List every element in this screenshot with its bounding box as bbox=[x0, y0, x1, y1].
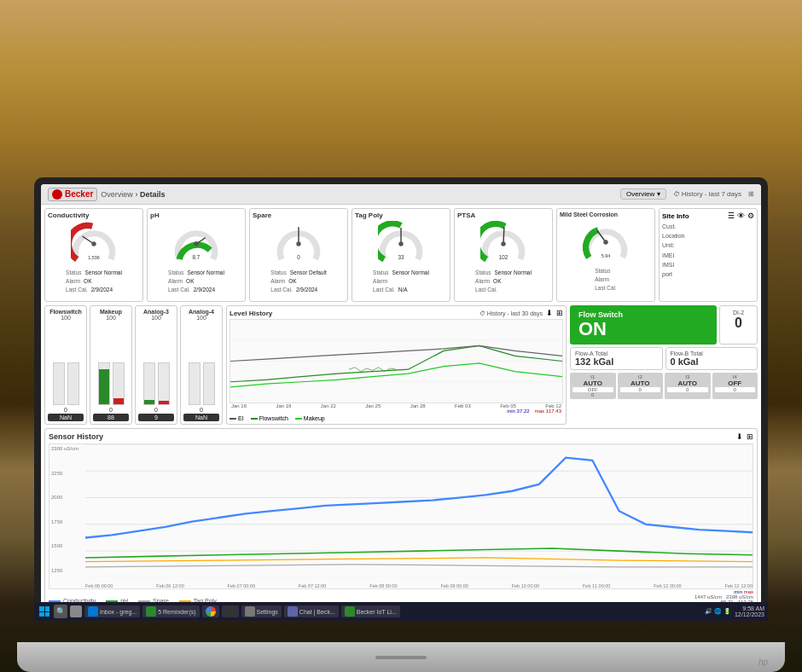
site-info-content: Cust. Location Unit: IMEI IMSI port bbox=[662, 222, 754, 279]
gauge-spare: Spare 0 Status Sensor Default Alarm bbox=[249, 208, 348, 302]
svg-text:5.94: 5.94 bbox=[602, 253, 610, 258]
di2-box: DI-2 0 bbox=[719, 305, 758, 345]
laptop-base: hp bbox=[17, 642, 785, 672]
taskview-button[interactable] bbox=[70, 605, 82, 617]
taskbar: 🔍 Inbox - greg... 5 Reminder(s) bbox=[41, 602, 761, 617]
flow-controls: I1 AUTO OFF 0 I2 AUTO 0 I3 bbox=[570, 373, 758, 399]
bar-charts-group: Flowswitch 100 0 NaN bbox=[44, 305, 223, 425]
site-info-card: Site Info ☰ 👁 ⚙ Cust. Location Unit: IM bbox=[659, 208, 758, 302]
eye-icon[interactable]: 👁 bbox=[737, 211, 745, 220]
taskbar-chrome[interactable] bbox=[202, 605, 219, 617]
gauge-conductivity: Conductivity 1,536 Status Sensor bbox=[44, 208, 143, 302]
bar-analog3: Analog-3 100 0 9 bbox=[135, 305, 177, 425]
logo-icon bbox=[52, 189, 62, 200]
svg-point-13 bbox=[501, 241, 505, 246]
gauge-ptsa-display: 102 bbox=[480, 221, 526, 267]
di2-value: 0 bbox=[725, 316, 752, 331]
taskbar-inbox[interactable]: Inbox - greg... bbox=[84, 605, 140, 617]
gauge-mildsteel-display: 5.94 bbox=[583, 219, 629, 265]
taskbar-inbox-label: Inbox - greg... bbox=[100, 609, 137, 615]
taskbar-settings-label: Settings bbox=[257, 609, 278, 615]
screen: Becker Overview › Details Overview ▾ ⏱ H… bbox=[41, 184, 761, 617]
taskbar-right: 🔊 🌐 🔋 9:58 AM 12/12/2023 bbox=[705, 605, 761, 617]
middle-row: Flowswitch 100 0 NaN bbox=[44, 305, 758, 425]
bar-flowswitch-label: NaN bbox=[48, 414, 84, 421]
level-history-expand[interactable]: ⊞ bbox=[556, 309, 563, 317]
search-button[interactable]: 🔍 bbox=[54, 605, 67, 617]
taskbar-chat[interactable]: Chat | Beck... bbox=[284, 605, 339, 617]
bar-flowswitch: Flowswitch 100 0 NaN bbox=[44, 305, 87, 425]
level-history-header: Level History ⏱ History - last 30 days ⬇… bbox=[230, 309, 563, 317]
svg-point-1 bbox=[91, 241, 96, 246]
gauge-conductivity-display: 1,536 bbox=[71, 221, 117, 267]
sensor-history-expand[interactable]: ⊞ bbox=[747, 432, 753, 441]
sensor-history-download[interactable]: ⬇ bbox=[736, 432, 743, 441]
level-history-legend: EI Flowswitch Makeup bbox=[230, 415, 563, 421]
flow-switch-value: ON bbox=[578, 319, 708, 339]
flow-a-total: Flow-A Total 132 kGal bbox=[570, 347, 663, 370]
header-right: Overview ▾ ⏱ History - last 7 days ⊞ bbox=[620, 188, 754, 200]
logo-text: Becker bbox=[65, 189, 93, 199]
svg-text:8.7: 8.7 bbox=[193, 254, 200, 260]
gauge-tagpoly-display: 33 bbox=[378, 221, 424, 267]
taskbar-settings[interactable]: Settings bbox=[241, 605, 282, 617]
app-header: Becker Overview › Details Overview ▾ ⏱ H… bbox=[41, 184, 761, 205]
bar-analog4: Analog-4 100 0 NaN bbox=[180, 305, 223, 425]
hp-logo: hp bbox=[758, 658, 768, 667]
breadcrumb-details: Details bbox=[140, 190, 166, 199]
bar-makeup: Makeup 100 0 88 bbox=[90, 305, 132, 425]
expand-icon[interactable]: ⊞ bbox=[748, 190, 754, 198]
taskbar-app1[interactable] bbox=[222, 605, 239, 617]
flow-switch-panel: Flow Switch ON DI-2 0 Flow-A Total bbox=[570, 305, 758, 425]
bar-flowswitch-visual bbox=[48, 321, 84, 407]
svg-point-4 bbox=[194, 241, 198, 246]
taskbar-date: 12/12/2023 bbox=[735, 611, 761, 617]
taskbar-reminders-label: 5 Reminder(s) bbox=[158, 609, 195, 615]
gauge-spare-display: 0 bbox=[276, 221, 322, 267]
gauge-tagpoly-status: Status Sensor Normal Alarm Last Cal. N/A bbox=[373, 269, 429, 293]
bar-analog4-visual bbox=[183, 321, 219, 407]
flow-b-total: Flow-B Total 0 kGal bbox=[665, 347, 758, 370]
flow-switch-top: Flow Switch ON DI-2 0 bbox=[570, 305, 758, 345]
site-info-title: Site Info bbox=[662, 212, 689, 220]
sensor-history: Sensor History ⬇ ⊞ 2300 uS/cm 2250 2000 … bbox=[44, 428, 758, 614]
gauge-row: Conductivity 1,536 Status Sensor bbox=[44, 208, 758, 302]
gauge-ptsa-status: Status Sensor Normal Alarm OK Last Cal. bbox=[475, 269, 532, 293]
taskbar-chat-label: Chat | Beck... bbox=[299, 609, 335, 615]
taskbar-becker-label: Becker IoT Li... bbox=[357, 609, 397, 615]
svg-text:1,536: 1,536 bbox=[88, 255, 99, 260]
breadcrumb: Overview › Details bbox=[101, 190, 165, 199]
gauge-ph: pH 8.7 Status Sensor Normal bbox=[147, 208, 246, 302]
clock: 9:58 AM 12/12/2023 bbox=[735, 605, 761, 617]
bar-analog3-label: 9 bbox=[138, 414, 174, 421]
breadcrumb-overview[interactable]: Overview bbox=[101, 190, 133, 199]
svg-point-16 bbox=[603, 240, 607, 244]
start-button[interactable] bbox=[41, 605, 51, 617]
sensor-history-header: Sensor History ⬇ ⊞ bbox=[49, 432, 753, 441]
taskbar-becker[interactable]: Becker IoT Li... bbox=[341, 605, 400, 617]
level-history-download[interactable]: ⬇ bbox=[546, 309, 553, 317]
taskbar-reminders[interactable]: 5 Reminder(s) bbox=[142, 605, 199, 617]
svg-point-10 bbox=[398, 241, 403, 246]
bar-analog4-label: NaN bbox=[183, 414, 219, 421]
di2-label: DI-2 bbox=[725, 310, 752, 316]
bar-makeup-label: 88 bbox=[93, 414, 129, 421]
overview-btn[interactable]: Overview ▾ bbox=[620, 188, 666, 200]
history-btn[interactable]: ⏱ History - last 7 days bbox=[673, 190, 741, 198]
gauge-conductivity-status: Status Sensor Normal Alarm OK Last Cal. … bbox=[66, 269, 122, 293]
flow-ctrl-i3: I3 AUTO 0 bbox=[665, 373, 711, 399]
level-history-title: Level History bbox=[230, 310, 272, 317]
bar-analog3-visual bbox=[138, 321, 174, 407]
flow-ctrl-i1: I1 AUTO OFF 0 bbox=[570, 373, 616, 399]
gauge-ph-status: Status Sensor Normal Alarm OK Last Cal. … bbox=[168, 269, 224, 293]
svg-point-7 bbox=[296, 241, 300, 246]
gauge-ph-display: 8.7 bbox=[173, 221, 219, 267]
settings-icon[interactable]: ⚙ bbox=[747, 211, 754, 220]
gauge-tagpoly: Tag Poly 33 Status Sensor Normal bbox=[352, 208, 450, 302]
level-history: Level History ⏱ History - last 30 days ⬇… bbox=[226, 305, 567, 425]
gauge-mildsteel: Mild Steel Corrosion 5.94 Status bbox=[556, 208, 655, 302]
list-icon[interactable]: ☰ bbox=[728, 211, 735, 220]
gauge-ptsa: PTSA 102 Status Sensor Normal bbox=[454, 208, 553, 302]
flow-ctrl-i2: I2 AUTO 0 bbox=[618, 373, 664, 399]
site-info-header: Site Info ☰ 👁 ⚙ bbox=[662, 211, 754, 220]
